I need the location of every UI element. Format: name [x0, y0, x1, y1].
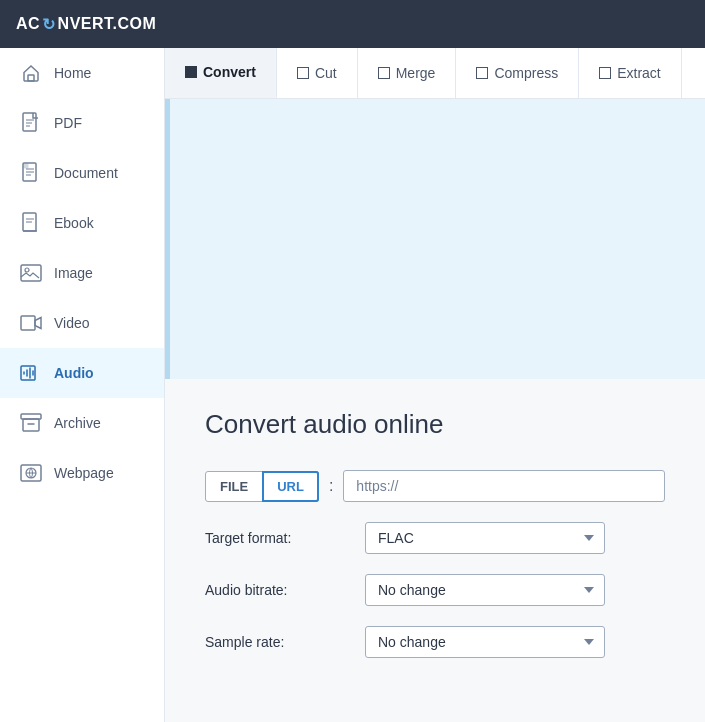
- sidebar-item-ebook[interactable]: Ebook: [0, 198, 164, 248]
- sidebar-item-archive[interactable]: Archive: [0, 398, 164, 448]
- pdf-icon: [20, 112, 42, 134]
- sidebar-item-image-label: Image: [54, 265, 93, 281]
- convert-tab-icon: [185, 66, 197, 78]
- tab-merge-label: Merge: [396, 65, 436, 81]
- audio-bitrate-row: Audio bitrate: No change 64 kbit/s 128 k…: [205, 574, 665, 606]
- sidebar-item-pdf-label: PDF: [54, 115, 82, 131]
- archive-icon: [20, 412, 42, 434]
- sidebar-item-audio-label: Audio: [54, 365, 94, 381]
- cut-tab-icon: [297, 67, 309, 79]
- file-url-buttons: FILE URL: [205, 471, 319, 502]
- logo-icon: ↻: [42, 15, 56, 34]
- target-format-row: Target format: FLAC MP3 WAV AAC OGG M4A …: [205, 522, 665, 554]
- site-header: AC ↻ NVERT.COM: [0, 0, 705, 48]
- svg-rect-1: [23, 113, 36, 131]
- home-icon: [20, 62, 42, 84]
- ebook-icon: [20, 212, 42, 234]
- sidebar-item-video[interactable]: Video: [0, 298, 164, 348]
- sidebar-item-pdf[interactable]: PDF: [0, 98, 164, 148]
- file-url-row: FILE URL :: [205, 470, 665, 502]
- sidebar-item-document-label: Document: [54, 165, 118, 181]
- merge-tab-icon: [378, 67, 390, 79]
- file-button[interactable]: FILE: [205, 471, 263, 502]
- sidebar-item-video-label: Video: [54, 315, 90, 331]
- sidebar-item-webpage-label: Webpage: [54, 465, 114, 481]
- sidebar-item-audio[interactable]: Audio: [0, 348, 164, 398]
- audio-bitrate-select[interactable]: No change 64 kbit/s 128 kbit/s 192 kbit/…: [365, 574, 605, 606]
- tab-compress-label: Compress: [494, 65, 558, 81]
- url-input[interactable]: [343, 470, 665, 502]
- tab-cut[interactable]: Cut: [277, 48, 358, 98]
- site-logo: AC ↻ NVERT.COM: [16, 15, 156, 34]
- target-format-label: Target format:: [205, 530, 365, 546]
- svg-rect-0: [28, 75, 34, 81]
- sample-rate-label: Sample rate:: [205, 634, 365, 650]
- sidebar-item-home-label: Home: [54, 65, 91, 81]
- audio-bitrate-label: Audio bitrate:: [205, 582, 365, 598]
- logo-nvert: NVERT.COM: [58, 15, 157, 33]
- image-icon: [20, 262, 42, 284]
- logo-ac: AC: [16, 15, 40, 33]
- sidebar-item-home[interactable]: Home: [0, 48, 164, 98]
- compress-tab-icon: [476, 67, 488, 79]
- video-icon: [20, 312, 42, 334]
- sidebar-item-document[interactable]: Document: [0, 148, 164, 198]
- colon-separator: :: [329, 477, 333, 495]
- url-button[interactable]: URL: [262, 471, 319, 502]
- webpage-icon: [20, 462, 42, 484]
- target-format-select[interactable]: FLAC MP3 WAV AAC OGG M4A WMA AIFF: [365, 522, 605, 554]
- sidebar: Home PDF Document: [0, 48, 165, 722]
- tab-compress[interactable]: Compress: [456, 48, 579, 98]
- svg-rect-7: [21, 316, 35, 330]
- audio-icon: [20, 362, 42, 384]
- svg-point-6: [25, 268, 29, 272]
- banner-area: [165, 99, 705, 379]
- form-content: Convert audio online FILE URL : Target f…: [165, 379, 705, 708]
- tab-extract-label: Extract: [617, 65, 661, 81]
- sidebar-item-archive-label: Archive: [54, 415, 101, 431]
- svg-rect-5: [21, 265, 41, 281]
- main-content: Convert Cut Merge Compress Extract C: [165, 48, 705, 722]
- sidebar-item-webpage[interactable]: Webpage: [0, 448, 164, 498]
- tab-cut-label: Cut: [315, 65, 337, 81]
- tab-merge[interactable]: Merge: [358, 48, 457, 98]
- tab-convert[interactable]: Convert: [165, 48, 277, 98]
- page-title: Convert audio online: [205, 409, 665, 440]
- tab-extract[interactable]: Extract: [579, 48, 682, 98]
- svg-rect-3: [24, 164, 28, 168]
- svg-rect-10: [23, 419, 39, 431]
- extract-tab-icon: [599, 67, 611, 79]
- tab-convert-label: Convert: [203, 64, 256, 80]
- sample-rate-select[interactable]: No change 8000 Hz 11025 Hz 16000 Hz 2205…: [365, 626, 605, 658]
- sidebar-item-image[interactable]: Image: [0, 248, 164, 298]
- sample-rate-row: Sample rate: No change 8000 Hz 11025 Hz …: [205, 626, 665, 658]
- sidebar-item-ebook-label: Ebook: [54, 215, 94, 231]
- tabs-bar: Convert Cut Merge Compress Extract: [165, 48, 705, 99]
- document-icon: [20, 162, 42, 184]
